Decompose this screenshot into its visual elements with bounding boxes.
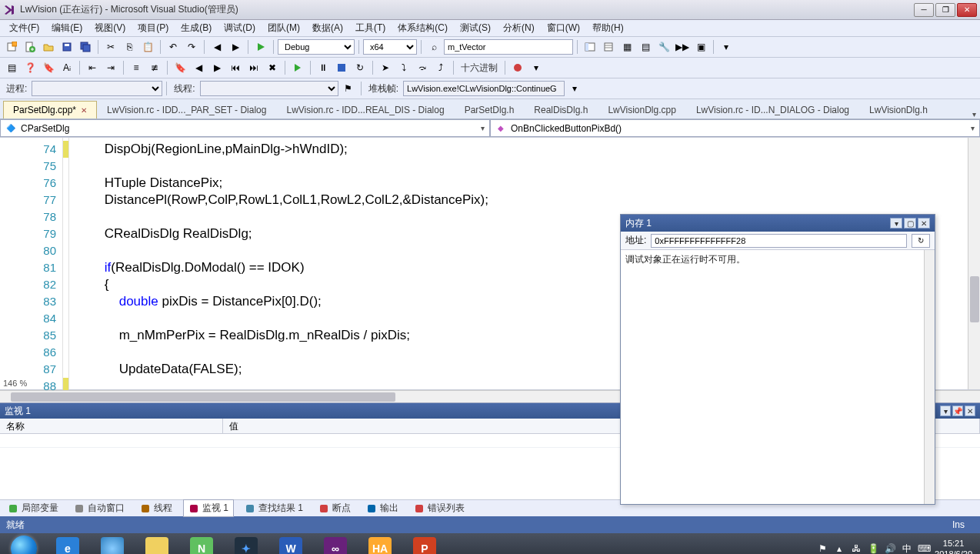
step-over-button[interactable]: ⤼ (414, 59, 431, 76)
redo-button[interactable]: ↷ (183, 38, 200, 55)
taskbar-app3[interactable]: ✦ (225, 535, 268, 554)
prev-bookmark-folder-button[interactable]: ⏮ (227, 59, 244, 76)
zoom-level[interactable]: 146 % (3, 379, 27, 388)
taskbar-vs[interactable]: ∞ (314, 535, 357, 554)
menu-item[interactable]: 数据(A) (306, 20, 349, 36)
bottom-tab[interactable]: 监视 1 (183, 499, 234, 517)
doctabs-overflow-button[interactable]: ▾ (968, 110, 980, 118)
document-tab[interactable]: LwVision.rc - IDD..._PAR_SET - Dialog (97, 101, 276, 118)
object-browser-button[interactable]: ▤ (637, 38, 654, 55)
close-tab-icon[interactable]: ✕ (81, 106, 87, 115)
stop-button[interactable] (333, 59, 350, 76)
find-button[interactable]: ⌕ (425, 38, 442, 55)
watch-col-name[interactable]: 名称 (0, 419, 223, 433)
step-out-button[interactable]: ⤴ (432, 59, 449, 76)
find-input[interactable] (444, 39, 573, 55)
close-icon[interactable]: ✕ (918, 218, 930, 229)
menu-item[interactable]: 工具(T) (349, 20, 392, 36)
close-button[interactable]: ✕ (957, 3, 977, 17)
decrease-indent-button[interactable]: ⇤ (84, 59, 101, 76)
bottom-tab[interactable]: 输出 (362, 500, 403, 516)
save-button[interactable] (58, 38, 75, 55)
taskbar-explorer[interactable] (135, 535, 178, 554)
quick-info-button[interactable]: ❓ (22, 59, 38, 76)
menu-item[interactable]: 窗口(W) (541, 20, 586, 36)
menu-item[interactable]: 测试(S) (454, 20, 497, 36)
taskbar-ppt[interactable]: P (403, 535, 446, 554)
memory-title-bar[interactable]: 内存 1 ▾ ▢ ✕ (621, 215, 935, 232)
start-button[interactable] (3, 535, 45, 554)
breakpoints-window-button[interactable] (509, 59, 526, 76)
memory-refresh-button[interactable]: ↻ (912, 234, 930, 248)
thread-flag-button[interactable]: ⚑ (340, 80, 357, 97)
copy-button[interactable]: ⎘ (121, 38, 138, 55)
menu-item[interactable]: 帮助(H) (586, 20, 630, 36)
menu-item[interactable]: 分析(N) (497, 20, 541, 36)
stackframe-dropdown-button[interactable]: ▾ (566, 80, 583, 97)
bottom-tab[interactable]: 自动窗口 (69, 500, 129, 516)
scrollbar-thumb[interactable] (11, 392, 395, 402)
nav-back-button[interactable]: ◀ (208, 38, 225, 55)
stackframe-combo[interactable] (403, 81, 565, 96)
bottom-tab[interactable]: 查找结果 1 (240, 500, 308, 516)
save-all-button[interactable] (77, 38, 94, 55)
next-bookmark-folder-button[interactable]: ⏭ (245, 59, 262, 76)
code-line[interactable]: DispObj(RegionLine,pMainDlg->hWndID); (75, 141, 968, 158)
taskbar-ie[interactable]: e (46, 535, 89, 554)
process-combo[interactable] (32, 81, 162, 96)
document-tab[interactable]: ParSetDlg.cpp*✕ (3, 101, 97, 118)
menu-item[interactable]: 团队(M) (262, 20, 306, 36)
close-icon[interactable]: ✕ (965, 405, 975, 416)
undo-button[interactable]: ↶ (165, 38, 182, 55)
menu-item[interactable]: 项目(P) (132, 20, 175, 36)
taskbar-app2[interactable]: N (180, 535, 223, 554)
bottom-tab[interactable]: 断点 (314, 500, 355, 516)
menu-item[interactable]: 调试(D) (218, 20, 262, 36)
class-combo[interactable]: 🔷 CParSetDlg ▾ (0, 119, 490, 137)
debug-dropdown-button[interactable]: ▾ (528, 59, 545, 76)
thread-combo[interactable] (200, 81, 338, 96)
pin-button[interactable]: ▢ (904, 218, 916, 229)
platform-combo[interactable]: x64 (363, 39, 417, 55)
tray-flag-icon[interactable]: ⚑ (816, 542, 828, 554)
paste-button[interactable]: 📋 (139, 38, 156, 55)
code-line[interactable] (75, 158, 968, 175)
config-combo[interactable]: Debug (278, 39, 355, 55)
memory-scrollbar[interactable] (924, 250, 935, 504)
document-tab[interactable]: ParSetDlg.h (455, 101, 525, 118)
taskbar-word[interactable]: W (269, 535, 312, 554)
tray-battery-icon[interactable]: 🔋 (867, 542, 879, 554)
member-list-button[interactable]: ▤ (3, 59, 20, 76)
tray-lang-icon[interactable]: 中 (901, 542, 913, 554)
ext-button[interactable]: ▾ (718, 38, 735, 55)
document-tab[interactable]: RealDisDlg.h (524, 101, 598, 118)
tray-volume-icon[interactable]: 🔊 (884, 542, 896, 554)
scrollbar-thumb[interactable] (970, 276, 979, 322)
prev-bookmark-button[interactable]: ◀ (190, 59, 207, 76)
maximize-button[interactable]: ❐ (935, 3, 955, 17)
memory-panel[interactable]: 内存 1 ▾ ▢ ✕ 地址: ↻ 调试对象正在运行时不可用。 (620, 214, 935, 505)
command-window-button[interactable]: ▣ (692, 38, 709, 55)
start-debug-button[interactable] (252, 38, 269, 55)
memory-addr-input[interactable] (651, 234, 907, 248)
bookmark-button[interactable]: 🔖 (172, 59, 188, 76)
window-position-button[interactable]: ▾ (940, 405, 951, 416)
tray-network-icon[interactable]: 🖧 (850, 542, 862, 554)
step-into-button[interactable]: ⤵ (395, 59, 412, 76)
show-next-stmt-button[interactable]: ➤ (377, 59, 394, 76)
bottom-tab[interactable]: 局部变量 (3, 500, 63, 516)
clear-bookmarks-button[interactable]: ✖ (264, 59, 281, 76)
code-line[interactable]: DistancePl(RowP,ColP,RowL1,ColL1,RowL2,C… (75, 192, 968, 209)
menu-item[interactable]: 编辑(E) (45, 20, 88, 36)
vertical-scrollbar[interactable] (968, 138, 980, 389)
class-view-button[interactable]: ▦ (618, 38, 635, 55)
bottom-tab[interactable]: 错误列表 (409, 500, 469, 516)
pause-button[interactable]: ⏸ (315, 59, 332, 76)
document-tab[interactable]: LwVision.rc - IDD...REAL_DIS - Dialog (276, 101, 454, 118)
open-button[interactable] (40, 38, 57, 55)
solution-explorer-button[interactable] (582, 38, 598, 55)
restart-button[interactable]: ↻ (352, 59, 368, 76)
tray-clock[interactable]: 15:21 2018/6/20 (935, 538, 972, 554)
complete-word-button[interactable]: Aᵢ (58, 59, 75, 76)
document-tab[interactable]: LwVisionDlg.cpp (598, 101, 686, 118)
